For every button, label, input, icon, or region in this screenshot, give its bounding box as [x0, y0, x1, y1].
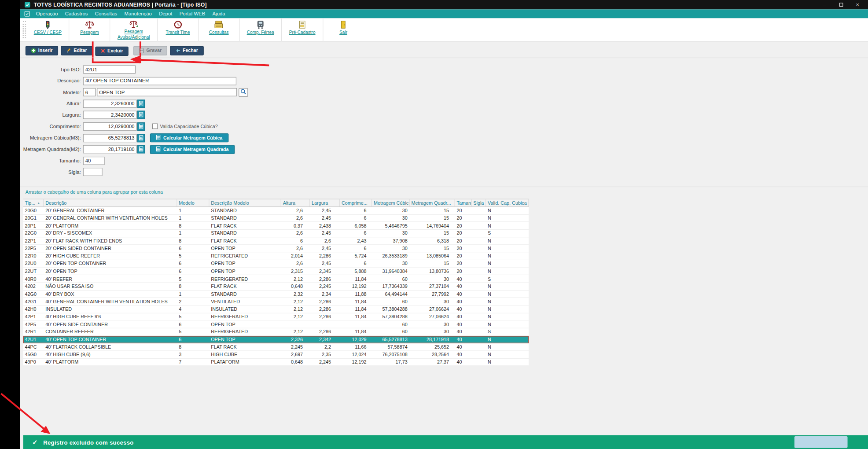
toolbar-item-consultas[interactable]: Consultas [198, 18, 239, 41]
column-header-tip[interactable]: Tip...▲ [23, 199, 44, 206]
table-cell: 40 [455, 305, 472, 313]
fechar-button[interactable]: Fechar [170, 46, 204, 55]
sigla-input[interactable] [83, 168, 103, 177]
table-cell [472, 215, 486, 222]
altura-input[interactable] [83, 99, 137, 108]
table-cell: 0,37 [281, 222, 310, 229]
column-header-descricao-modelo[interactable]: Descrição Modelo [209, 199, 281, 206]
tipo-iso-input[interactable] [83, 65, 136, 74]
descricao-input[interactable] [83, 77, 236, 85]
table-cell: 6 [177, 321, 209, 328]
table-cell: 2,34 [310, 291, 340, 298]
inserir-button[interactable]: Inserir [26, 46, 58, 55]
modelo-search-button[interactable] [239, 88, 248, 97]
metragem-quadrada-input[interactable] [83, 145, 137, 154]
table-row[interactable]: 44PC40' FLATRACK COLLAPSIBLE8FLAT RACK2,… [23, 343, 529, 351]
table-row[interactable]: 20G020' GENERAL CONTAINER1STANDARD2,62,4… [23, 207, 529, 214]
column-header-tamanho[interactable]: Tamanho [455, 199, 472, 206]
table-cell: 20' OPEN SIDED CONTAINER [44, 245, 177, 252]
table-row-selected[interactable]: 42U140' OPEN TOP CONTAINER6OPEN TOP2,326… [23, 336, 529, 343]
table-cell: N [486, 291, 529, 298]
menu-item-depot[interactable]: Depot [159, 11, 172, 17]
toolbar-item-cesv-cesp[interactable]: CESV / CESP [26, 18, 69, 41]
table-row[interactable]: 4202NÃO USAR ESSA ISO8FLAT RACK0,6482,24… [23, 283, 529, 291]
table-cell [472, 351, 486, 358]
toolbar-grip-handle[interactable] [23, 21, 26, 38]
valida-capacidade-checkbox[interactable]: Valida Capacidade Cúbica? [152, 124, 218, 129]
table-cell: 20G0 [23, 207, 44, 214]
table-cell: 40 [455, 336, 472, 343]
table-row[interactable]: 20P120' PLATFORM8FLAT RACK0,372,4386,058… [23, 222, 529, 230]
maximize-button[interactable] [833, 0, 850, 9]
modelo-code-input[interactable] [83, 88, 96, 96]
table-cell: 42G0 [23, 291, 44, 298]
metragem-quadrada-calculator-button[interactable] [137, 145, 145, 154]
table-row[interactable]: 22UT20' OPEN TOP6OPEN TOP2,3152,3455,888… [23, 268, 529, 275]
menu-item-portal-web[interactable]: Portal WEB [180, 11, 206, 17]
excluir-button[interactable]: Excluir [95, 46, 129, 55]
table-cell: N [486, 245, 529, 252]
calcular-metragem-cubica-button[interactable]: Calcular Metragem Cúbica [150, 133, 228, 142]
table-row[interactable]: 22R020' HIGH CUBE REEFER5REFRIGERATED2,0… [23, 253, 529, 260]
table-cell: 5,724 [340, 253, 372, 260]
largura-calculator-button[interactable] [137, 111, 145, 119]
train-icon [257, 20, 264, 29]
toolbar-item-pre-cadastro[interactable]: Pré-Cadastro [281, 18, 323, 41]
table-row[interactable]: 42G140' GENERAL CONTAINER WITH VENTILATI… [23, 298, 529, 305]
tamanho-input[interactable] [83, 157, 105, 165]
table-cell: N [486, 343, 529, 350]
modelo-descricao-input[interactable] [97, 88, 237, 96]
table-row[interactable]: 42P140' HIGH CUBE REEF 9'65REFRIGERATED2… [23, 313, 529, 320]
metragem-cubica-input[interactable] [83, 134, 137, 142]
largura-input[interactable] [83, 111, 137, 119]
table-row[interactable]: 40R040' REEFER5REFRIGERATED2,122,28611,8… [23, 275, 529, 283]
toolbar-item-comp-ferrea[interactable]: Comp. Férrea [239, 18, 281, 41]
table-cell: 30 [372, 207, 410, 214]
column-header-valid-cap-cubica[interactable]: Valid. Cap. Cubica [486, 199, 529, 206]
column-header-metragem-cubica[interactable]: Metragem Cúbica [372, 199, 410, 206]
table-row[interactable]: 22U020' OPEN TOP CONTAINER6OPEN TOP2,62,… [23, 260, 529, 268]
calcular-metragem-quadrada-button[interactable]: Calcular Metragem Quadrada [150, 145, 235, 154]
toolbar-item-pesagem-avulsa-adicional[interactable]: Pesagem Avulsa/Adicional [110, 18, 157, 41]
menu-item-consultas[interactable]: Consultas [95, 11, 117, 17]
table-row[interactable]: 42P540' OPEN SIDE CONTAINER6OPEN TOP6030… [23, 321, 529, 328]
column-header-sigla[interactable]: Sigla [472, 199, 486, 206]
altura-calculator-button[interactable] [137, 99, 145, 108]
column-header-largura[interactable]: Largura [310, 199, 340, 206]
comprimento-calculator-button[interactable] [137, 122, 145, 131]
table-row[interactable]: 22P520' OPEN SIDED CONTAINER6OPEN TOP2,6… [23, 245, 529, 252]
table-row[interactable]: 42R1CONTAINER REEFER5REFRIGERATED2,122,2… [23, 328, 529, 336]
table-row[interactable]: 20G120' GENERAL CONTAINER WITH VENTILATI… [23, 215, 529, 222]
table-row[interactable]: 22P120' FLAT RACK WITH FIXED ENDS8FLAT R… [23, 237, 529, 245]
divider-line [20, 187, 868, 187]
table-row[interactable]: 42H0INSULATED4INSULATED2,122,28611,8457,… [23, 305, 529, 313]
metragem-cubica-calculator-button[interactable] [137, 134, 145, 142]
table-cell: OPEN TOP [209, 245, 281, 252]
menu-item-operacao[interactable]: Operação [36, 11, 58, 17]
table-row[interactable]: 42G040' DRY BOX1STANDARD2,322,3411,8864,… [23, 291, 529, 298]
table-cell: 30 [410, 298, 455, 305]
table-cell: 2,315 [281, 268, 310, 275]
comprimento-input[interactable] [83, 122, 137, 131]
largura-label: Largura: [20, 112, 83, 118]
table-row[interactable]: 49P040' PLATFORM7PLATAFORM0,6482,24512,1… [23, 359, 529, 366]
editar-button[interactable]: Editar [61, 46, 92, 55]
column-header-descricao[interactable]: Descrição [44, 199, 177, 206]
table-row[interactable]: 22G020' DRY - SISCOMEX1STANDARD2,62,4563… [23, 230, 529, 237]
toolbar-item-transit-time[interactable]: Transit Time [157, 18, 198, 41]
menu-item-cadastros[interactable]: Cadastros [65, 11, 88, 17]
toolbar-item-pesagem[interactable]: Pesagem [69, 18, 110, 41]
table-row[interactable]: 45G040' HIGH CUBE (9,6)3HIGH CUBE2,6972,… [23, 351, 529, 358]
column-header-altura[interactable]: Altura [281, 199, 310, 206]
column-header-metragem-quadr[interactable]: Metragem Quadr... [410, 199, 455, 206]
minimize-button[interactable]: – [816, 0, 833, 9]
menu-bar: OperaçãoCadastrosConsultasManutençãoDepo… [20, 9, 868, 18]
menu-item-ajuda[interactable]: Ajuda [213, 11, 225, 17]
column-header-comprime[interactable]: Comprime... [340, 199, 372, 206]
table-cell: 60 [372, 328, 410, 335]
toolbar-item-sair[interactable]: Sair [323, 18, 364, 41]
column-header-modelo[interactable]: Modelo [177, 199, 209, 206]
menu-item-manutencao[interactable]: Manutenção [124, 11, 151, 17]
gravar-button[interactable]: Gravar [134, 46, 167, 55]
close-button[interactable]: × [849, 0, 866, 9]
